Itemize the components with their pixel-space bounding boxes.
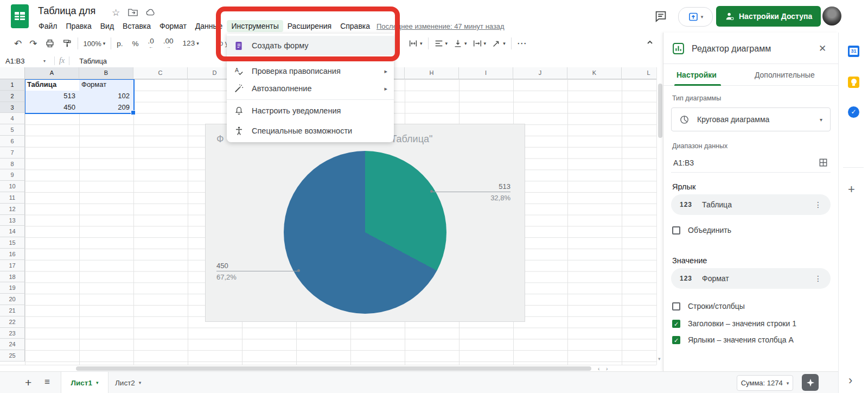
row-header-19[interactable]: 19 <box>0 282 25 294</box>
present-dropdown-arrow-icon[interactable]: ▾ <box>701 14 704 20</box>
label-chip[interactable]: 123 Таблица ⋮ <box>671 194 831 215</box>
sheet-tab-arrow-icon[interactable]: ▾ <box>96 380 99 385</box>
cloud-status-icon[interactable] <box>145 8 156 16</box>
explore-button[interactable] <box>802 374 819 391</box>
vertical-scrollbar-thumb[interactable] <box>658 84 662 138</box>
row-header-1[interactable]: 1 <box>0 79 25 91</box>
row-header-3[interactable]: 3 <box>0 102 25 113</box>
selection-fill-handle[interactable] <box>131 110 136 115</box>
all-sheets-icon[interactable]: ≡ <box>44 377 50 388</box>
select-range-grid-icon[interactable] <box>818 157 828 168</box>
sheet-tab-arrow-icon[interactable]: ▾ <box>139 380 142 385</box>
row-header-11[interactable]: 11 <box>0 192 25 204</box>
decrease-decimal-button[interactable]: .0← <box>148 37 154 50</box>
row-header-17[interactable]: 17 <box>0 260 25 271</box>
undo-icon[interactable]: ↶ <box>14 39 22 48</box>
more-formats-button[interactable]: 123▾ <box>183 40 199 47</box>
currency-format-button[interactable]: р. <box>117 40 123 48</box>
row-header-16[interactable]: 16 <box>0 249 25 260</box>
sheet-tab-1[interactable]: Лист1 ▾ <box>61 372 108 393</box>
column-header-C[interactable]: C <box>133 67 188 79</box>
row-header-8[interactable]: 8 <box>0 159 25 170</box>
checkbox-unchecked-icon[interactable] <box>672 226 680 234</box>
checkbox-checked-icon[interactable]: ✓ <box>672 320 680 328</box>
headers-checkbox-row[interactable]: ✓ Заголовки – значения строки 1 <box>672 318 796 329</box>
row-header-20[interactable]: 20 <box>0 294 25 305</box>
menu-edit[interactable]: Правка <box>61 20 95 32</box>
row-header-9[interactable]: 9 <box>0 169 25 181</box>
name-box-arrow-icon[interactable]: ▾ <box>43 59 46 64</box>
formula-input[interactable]: Таблица <box>79 57 107 65</box>
row-header-15[interactable]: 15 <box>0 237 25 249</box>
column-header-I[interactable]: I <box>459 67 513 79</box>
redo-icon[interactable]: ↷ <box>29 39 37 48</box>
sheet-tab-2[interactable]: Лист2 ▾ <box>115 372 141 393</box>
row-header-6[interactable]: 6 <box>0 136 25 147</box>
text-wrap-button[interactable]: ▾ <box>473 39 487 48</box>
share-button[interactable]: Настройки Доступа <box>716 6 821 27</box>
collapse-toolbar-icon[interactable] <box>646 38 654 47</box>
horizontal-align-button[interactable]: ▾ <box>434 39 448 48</box>
more-toolbar-button[interactable]: ⋯ <box>517 39 527 48</box>
row-header-13[interactable]: 13 <box>0 215 25 226</box>
row-header-5[interactable]: 5 <box>0 124 25 136</box>
document-title[interactable]: Таблица для <box>38 5 95 17</box>
vertical-align-button[interactable]: ▾ <box>453 39 467 48</box>
menu-format[interactable]: Формат <box>155 20 191 32</box>
keep-icon[interactable] <box>848 77 859 88</box>
menu-item-spellcheck[interactable]: A Проверка правописания ▸ <box>227 62 394 80</box>
kebab-menu-icon[interactable]: ⋮ <box>814 200 822 209</box>
menu-view[interactable]: Вид <box>96 20 118 32</box>
menu-item-notifications[interactable]: Настроить уведомления <box>227 102 394 119</box>
percent-format-button[interactable]: % <box>132 40 139 48</box>
menu-item-accessibility[interactable]: Специальные возможности <box>227 122 394 140</box>
merge-cells-button[interactable]: ▾ <box>408 39 423 48</box>
row-header-18[interactable]: 18 <box>0 271 25 283</box>
data-range-input[interactable]: A1:B3 <box>673 159 818 167</box>
row-header-22[interactable]: 22 <box>0 316 25 328</box>
row-header-14[interactable]: 14 <box>0 226 25 237</box>
sheets-logo-icon[interactable] <box>11 4 29 28</box>
print-icon[interactable] <box>45 39 55 48</box>
column-header-A[interactable]: A <box>25 67 79 79</box>
move-folder-icon[interactable] <box>128 8 138 16</box>
paint-format-icon[interactable] <box>62 39 72 48</box>
row-header-12[interactable]: 12 <box>0 204 25 215</box>
menu-file[interactable]: Файл <box>34 20 61 32</box>
zoom-select[interactable]: 100%▾ <box>84 40 106 47</box>
embedded-chart[interactable]: Ф а "Таблица" 513 32,8% 450 67,2% <box>205 124 525 322</box>
collapse-panel-icon[interactable]: › <box>848 373 852 388</box>
labels-checkbox-row[interactable]: ✓ Ярлыки – значения столбца A <box>672 334 794 345</box>
tasks-icon[interactable]: ✓ <box>848 106 859 118</box>
checkbox-checked-icon[interactable]: ✓ <box>672 336 680 344</box>
aggregate-checkbox-row[interactable]: Объединить <box>672 225 731 236</box>
sum-indicator[interactable]: Сумма: 1274 ▾ <box>737 375 793 391</box>
sum-dropdown-arrow-icon[interactable]: ▾ <box>787 381 789 386</box>
row-header-7[interactable]: 7 <box>0 147 25 159</box>
add-addon-icon[interactable]: + <box>848 182 855 196</box>
present-button[interactable]: ▾ <box>678 7 713 27</box>
checkbox-unchecked-icon[interactable] <box>672 302 680 310</box>
row-header-25[interactable]: 25 <box>0 350 25 362</box>
kebab-menu-icon[interactable]: ⋮ <box>814 274 822 283</box>
column-header-L[interactable]: L <box>622 67 656 79</box>
row-header-23[interactable]: 23 <box>0 328 25 339</box>
calendar-icon[interactable]: 31 <box>848 46 859 57</box>
chart-type-select[interactable]: Круговая диаграмма ▾ <box>671 107 831 131</box>
horizontal-scrollbar-thumb[interactable] <box>76 366 591 371</box>
rows-cols-checkbox-row[interactable]: Строки/столбцы <box>672 301 745 312</box>
scroll-down-arrow-icon[interactable]: ▾ <box>658 356 661 362</box>
row-header-4[interactable]: 4 <box>0 113 25 124</box>
increase-decimal-button[interactable]: .00→ <box>163 37 174 50</box>
menu-insert[interactable]: Вставка <box>118 20 155 32</box>
row-header-10[interactable]: 10 <box>0 181 25 192</box>
add-sheet-icon[interactable]: + <box>25 376 31 389</box>
row-header-2[interactable]: 2 <box>0 91 25 102</box>
column-header-K[interactable]: K <box>567 67 622 79</box>
close-icon[interactable]: ✕ <box>819 43 826 54</box>
name-box[interactable]: A1:B3 <box>0 57 43 65</box>
comment-icon[interactable] <box>654 10 667 23</box>
column-header-B[interactable]: B <box>79 67 133 79</box>
row-header-21[interactable]: 21 <box>0 305 25 316</box>
avatar[interactable] <box>822 7 841 26</box>
